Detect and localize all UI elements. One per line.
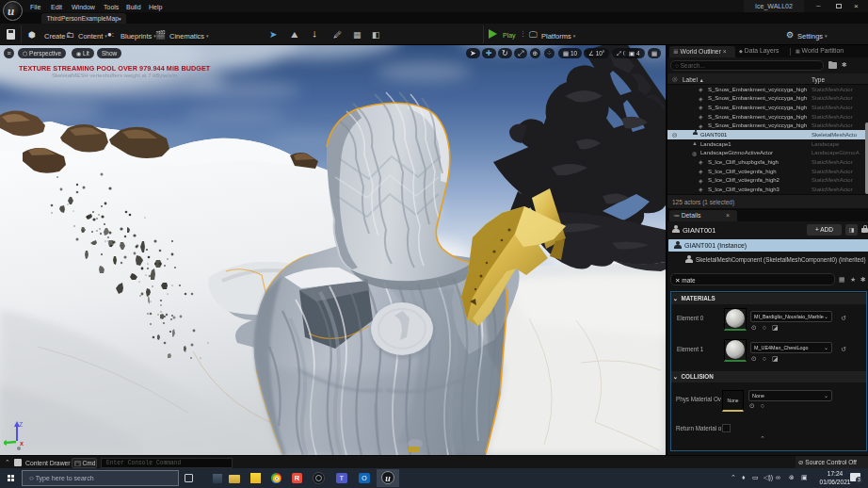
svg-text:Z: Z	[19, 421, 24, 428]
svg-text:x: x	[20, 440, 24, 447]
